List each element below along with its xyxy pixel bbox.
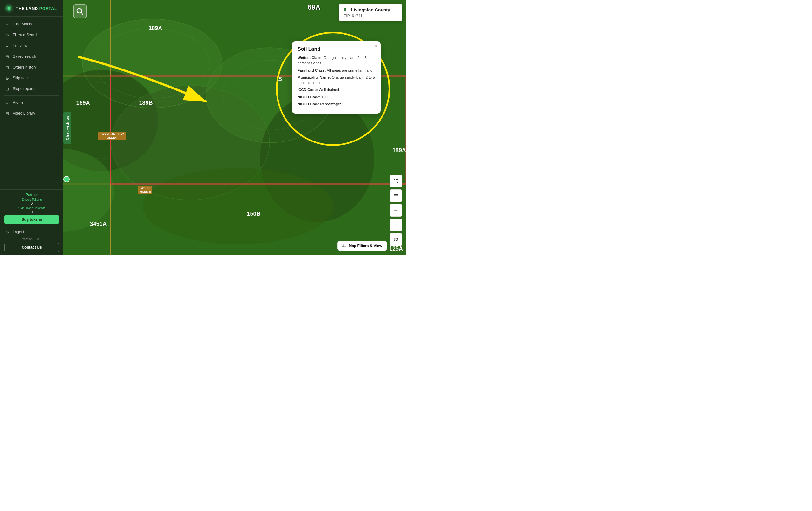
location-state: IL bbox=[344, 7, 348, 12]
sidebar-item-skip-trace[interactable]: ⊕ Skip trace bbox=[0, 73, 63, 83]
sidebar-bottom: Partner Export Tokens 0 Skip Trace Token… bbox=[0, 189, 63, 255]
slope-icon: ⊞ bbox=[4, 86, 9, 91]
sidebar-item-logout[interactable]: ⊙ Logout bbox=[4, 226, 59, 237]
map-filters-button[interactable]: Map Filters & View bbox=[338, 241, 387, 251]
chat-tab[interactable]: Chat with us bbox=[63, 112, 71, 144]
sidebar: THE LAND PORTAL « Hide Sidebar ⊘ Filtere… bbox=[0, 0, 63, 255]
parcel-ward: WARDMARK C bbox=[138, 186, 152, 194]
filter-view-icon bbox=[342, 244, 347, 248]
sidebar-item-slope-reports[interactable]: ⊞ Slope reports bbox=[0, 83, 63, 94]
search-icon bbox=[77, 8, 83, 15]
svg-text:189A: 189A bbox=[76, 100, 90, 106]
bookmark-icon: ⊟ bbox=[4, 54, 9, 59]
svg-text:125A: 125A bbox=[389, 246, 403, 252]
svg-point-5 bbox=[260, 95, 374, 222]
svg-text:3451A: 3451A bbox=[90, 221, 107, 227]
sidebar-item-video-library[interactable]: ⊞ Video Library bbox=[0, 108, 63, 119]
svg-rect-45 bbox=[394, 194, 398, 195]
search-button[interactable] bbox=[73, 4, 87, 19]
buy-tokens-button[interactable]: Buy tokens bbox=[4, 215, 59, 224]
zoom-out-button[interactable]: − bbox=[389, 219, 402, 231]
status-indicator bbox=[63, 176, 70, 182]
skip-trace-tokens-label: Skip Trace Tokens: bbox=[4, 206, 59, 210]
layers-icon bbox=[393, 193, 399, 199]
svg-text:189B: 189B bbox=[139, 100, 152, 106]
svg-point-48 bbox=[343, 245, 344, 246]
popup-niccd: NICCD Code: 100 bbox=[297, 94, 375, 100]
svg-point-9 bbox=[95, 29, 209, 98]
sidebar-item-filtered-search[interactable]: ⊘ Filtered Search bbox=[0, 29, 63, 40]
svg-rect-46 bbox=[394, 196, 398, 196]
svg-rect-44 bbox=[398, 182, 398, 183]
skip-trace-icon: ⊕ bbox=[4, 76, 9, 81]
sidebar-header: THE LAND PORTAL bbox=[0, 0, 63, 17]
sidebar-item-profile[interactable]: ○ Profile bbox=[0, 97, 63, 108]
location-county: Livingston County bbox=[351, 7, 390, 12]
sidebar-nav: « Hide Sidebar ⊘ Filtered Search ≡ List … bbox=[0, 17, 63, 189]
export-tokens-value: 0 bbox=[4, 201, 59, 205]
three-d-button[interactable]: 3D bbox=[389, 233, 402, 246]
svg-rect-47 bbox=[394, 197, 398, 197]
profile-icon: ○ bbox=[4, 100, 9, 105]
popup-iccd: ICCD Code: Well drained bbox=[297, 87, 375, 93]
svg-point-3 bbox=[111, 86, 270, 200]
svg-point-12 bbox=[111, 86, 270, 200]
sidebar-item-hide[interactable]: « Hide Sidebar bbox=[0, 19, 63, 29]
soil-popup: × Soil Land Wettest Class: Onarga sandy … bbox=[292, 41, 381, 114]
svg-rect-42 bbox=[394, 182, 394, 183]
logout-icon: ⊙ bbox=[4, 229, 9, 234]
map-controls: + − 3D bbox=[389, 175, 402, 246]
popup-close-button[interactable]: × bbox=[375, 44, 377, 48]
popup-municipality: Municipality Name: Onarga sandy loam, 2 … bbox=[297, 75, 375, 86]
location-card: IL Livingston County ZIP: 61741 bbox=[339, 4, 402, 21]
layers-button[interactable] bbox=[389, 189, 402, 202]
filter-icon: ⊘ bbox=[4, 32, 9, 37]
orders-icon: ⊡ bbox=[4, 65, 9, 70]
logo-icon bbox=[4, 4, 13, 13]
video-icon: ⊞ bbox=[4, 111, 9, 116]
svg-point-1 bbox=[83, 19, 222, 108]
svg-text:189A: 189A bbox=[393, 147, 406, 153]
svg-text:15: 15 bbox=[276, 77, 282, 82]
chevron-left-icon: « bbox=[4, 22, 9, 27]
location-zip: ZIP: 61741 bbox=[344, 13, 397, 18]
svg-line-35 bbox=[81, 13, 83, 15]
svg-rect-40 bbox=[398, 179, 398, 180]
popup-title: Soil Land bbox=[297, 46, 375, 52]
sidebar-item-orders-history[interactable]: ⊡ Orders history bbox=[0, 62, 63, 73]
zoom-in-button[interactable]: + bbox=[389, 204, 402, 217]
version-text: Version: 2.9.0 bbox=[4, 237, 59, 241]
fullscreen-icon bbox=[393, 178, 399, 184]
svg-rect-38 bbox=[394, 179, 394, 180]
svg-point-6 bbox=[143, 168, 333, 244]
bottom-nav: ⊙ Logout Version: 2.9.0 Contact Us bbox=[4, 226, 59, 252]
partner-label: Partner bbox=[4, 193, 59, 197]
popup-wettest-class: Wettest Class: Onarga sandy loam, 2 to 5… bbox=[297, 55, 375, 66]
parcel-rieger: RIEGER JEFFREYALLEN bbox=[98, 132, 125, 140]
skip-trace-tokens-value: 0 bbox=[4, 210, 59, 214]
sidebar-item-saved-search[interactable]: ⊟ Saved search bbox=[0, 51, 63, 62]
export-tokens-label: Export Tokens bbox=[4, 198, 59, 201]
app-title: THE LAND PORTAL bbox=[16, 6, 57, 11]
fullscreen-button[interactable] bbox=[389, 175, 402, 188]
contact-button[interactable]: Contact Us bbox=[4, 243, 59, 252]
svg-text:150B: 150B bbox=[247, 210, 260, 217]
map-filters-label: Map Filters & View bbox=[349, 244, 382, 248]
svg-text:69A: 69A bbox=[308, 3, 320, 11]
popup-niccd-pct: NICCD Code Percentage: 2 bbox=[297, 102, 375, 107]
svg-point-8 bbox=[83, 19, 222, 108]
nav-divider bbox=[4, 95, 59, 96]
svg-text:189A: 189A bbox=[148, 25, 162, 31]
svg-point-50 bbox=[345, 246, 346, 247]
list-icon: ≡ bbox=[4, 43, 9, 48]
popup-farmland-class: Farmland Class: All areas are prime farm… bbox=[297, 68, 375, 73]
sidebar-item-list-view[interactable]: ≡ List view bbox=[0, 40, 63, 51]
svg-point-33 bbox=[8, 7, 10, 9]
